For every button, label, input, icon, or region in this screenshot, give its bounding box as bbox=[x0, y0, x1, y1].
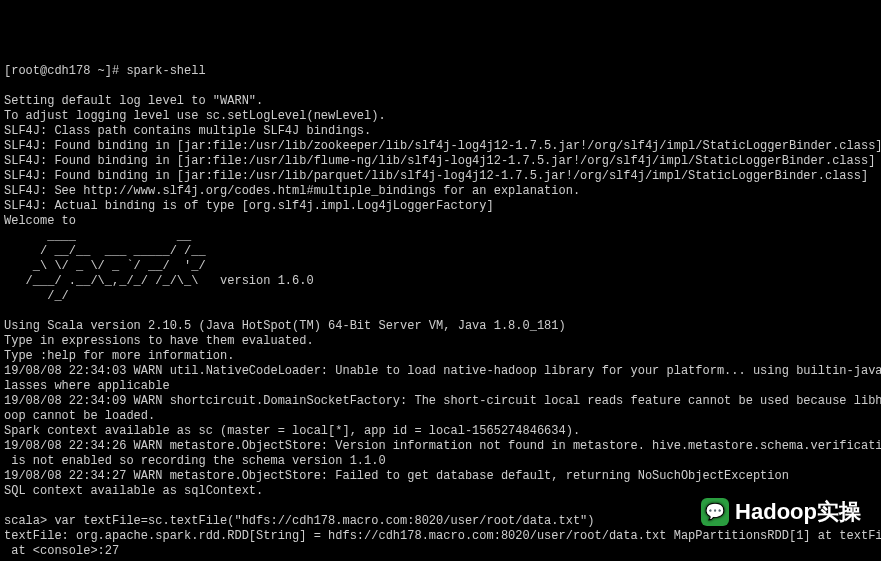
watermark: 💬 Hadoop实操 bbox=[701, 498, 861, 526]
terminal-line: Spark context available as sc (master = … bbox=[4, 424, 877, 439]
wechat-icon: 💬 bbox=[701, 498, 729, 526]
terminal-line: ____ __ bbox=[4, 229, 877, 244]
terminal-line: Using Scala version 2.10.5 (Java HotSpot… bbox=[4, 319, 877, 334]
terminal-line: SLF4J: Class path contains multiple SLF4… bbox=[4, 124, 877, 139]
terminal-line: 19/08/08 22:34:27 WARN metastore.ObjectS… bbox=[4, 469, 877, 484]
terminal-line: _\ \/ _ \/ _ `/ __/ '_/ bbox=[4, 259, 877, 274]
watermark-text: Hadoop实操 bbox=[735, 498, 861, 526]
terminal-line: Setting default log level to "WARN". bbox=[4, 94, 877, 109]
terminal-prompt: [root@cdh178 ~]# spark-shell bbox=[4, 64, 877, 79]
terminal-output: Setting default log level to "WARN".To a… bbox=[4, 94, 877, 561]
terminal-line: Type in expressions to have them evaluat… bbox=[4, 334, 877, 349]
terminal-line: / __/__ ___ _____/ /__ bbox=[4, 244, 877, 259]
terminal-line: textFile: org.apache.spark.rdd.RDD[Strin… bbox=[4, 529, 877, 544]
terminal-line: 19/08/08 22:34:09 WARN shortcircuit.Doma… bbox=[4, 394, 877, 409]
terminal-line: SLF4J: Actual binding is of type [org.sl… bbox=[4, 199, 877, 214]
terminal-line: oop cannot be loaded. bbox=[4, 409, 877, 424]
terminal-line: SQL context available as sqlContext. bbox=[4, 484, 877, 499]
terminal-line: SLF4J: See http://www.slf4j.org/codes.ht… bbox=[4, 184, 877, 199]
terminal-line: at <console>:27 bbox=[4, 544, 877, 559]
terminal-line: 19/08/08 22:34:03 WARN util.NativeCodeLo… bbox=[4, 364, 877, 379]
terminal-line: 19/08/08 22:34:26 WARN metastore.ObjectS… bbox=[4, 439, 877, 454]
terminal-line: /_/ bbox=[4, 289, 877, 304]
terminal-line: /___/ .__/\_,_/_/ /_/\_\ version 1.6.0 bbox=[4, 274, 877, 289]
terminal-line: SLF4J: Found binding in [jar:file:/usr/l… bbox=[4, 139, 877, 154]
terminal-line: Type :help for more information. bbox=[4, 349, 877, 364]
terminal-line: lasses where applicable bbox=[4, 379, 877, 394]
terminal-line: Welcome to bbox=[4, 214, 877, 229]
terminal-line: SLF4J: Found binding in [jar:file:/usr/l… bbox=[4, 154, 877, 169]
terminal-line: SLF4J: Found binding in [jar:file:/usr/l… bbox=[4, 169, 877, 184]
terminal-line bbox=[4, 304, 877, 319]
terminal-line: To adjust logging level use sc.setLogLev… bbox=[4, 109, 877, 124]
terminal-line: is not enabled so recording the schema v… bbox=[4, 454, 877, 469]
